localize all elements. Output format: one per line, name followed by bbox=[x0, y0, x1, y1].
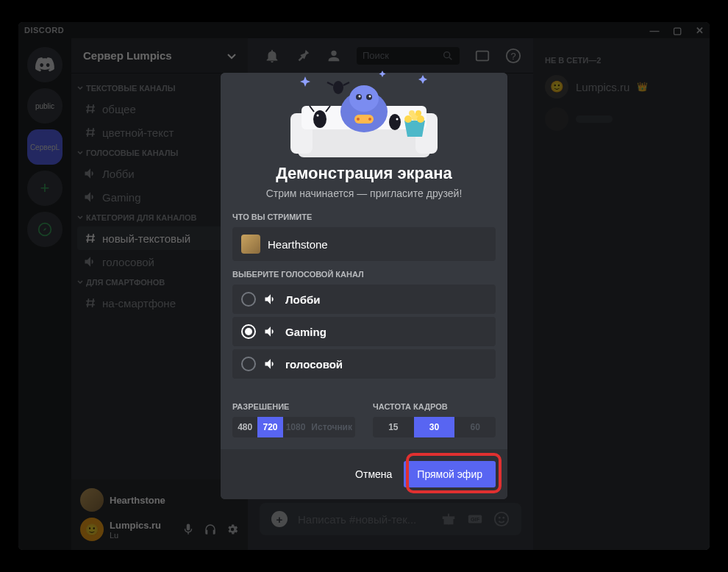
streaming-app-selector[interactable]: Hearthstone bbox=[232, 227, 496, 261]
radio-icon bbox=[241, 324, 256, 339]
streaming-app-name: Hearthstone bbox=[268, 238, 328, 251]
voice-channel-option[interactable]: голосовой bbox=[232, 349, 496, 379]
svg-point-22 bbox=[369, 96, 371, 98]
resolution-group: РАЗРЕШЕНИЕ 4807201080Источник bbox=[232, 393, 355, 437]
modal-title: Демонстрация экрана bbox=[232, 164, 496, 183]
stream-illustration bbox=[261, 54, 467, 165]
seg-option[interactable]: 480 bbox=[232, 417, 257, 437]
seg-option: 1080 bbox=[283, 417, 309, 437]
resolution-label: РАЗРЕШЕНИЕ bbox=[232, 402, 355, 411]
svg-point-27 bbox=[374, 112, 386, 121]
seg-option: 60 bbox=[454, 417, 496, 437]
svg-point-26 bbox=[342, 112, 354, 121]
modal-subtitle: Стрим начинается — пригласите друзей! bbox=[232, 187, 496, 199]
svg-point-36 bbox=[396, 118, 399, 121]
svg-point-34 bbox=[317, 115, 319, 117]
svg-point-18 bbox=[349, 85, 379, 112]
framerate-group: ЧАСТОТА КАДРОВ 153060 bbox=[373, 393, 496, 437]
voice-channel-option[interactable]: Лобби bbox=[232, 285, 496, 314]
svg-point-31 bbox=[409, 110, 415, 116]
seg-option[interactable]: 15 bbox=[373, 417, 414, 437]
svg-point-25 bbox=[368, 118, 371, 121]
modal-body: Демонстрация экрана Стрим начинается — п… bbox=[221, 164, 507, 449]
svg-point-33 bbox=[313, 110, 326, 128]
stream-settings: РАЗРЕШЕНИЕ 4807201080Источник ЧАСТОТА КА… bbox=[232, 393, 496, 437]
seg-option[interactable]: 30 bbox=[414, 417, 455, 437]
seg-option[interactable]: 720 bbox=[257, 417, 282, 437]
app-window: DISCORD — ▢ ✕ public СерверL + Сервер Lu… bbox=[18, 22, 710, 550]
svg-point-28 bbox=[404, 115, 412, 123]
modal-backdrop[interactable]: ✕ bbox=[18, 22, 710, 550]
svg-point-37 bbox=[333, 81, 343, 94]
svg-point-32 bbox=[415, 110, 421, 116]
radio-icon bbox=[241, 292, 256, 307]
svg-point-30 bbox=[417, 115, 424, 123]
radio-icon bbox=[241, 357, 256, 371]
modal-footer: Отмена Прямой эфир bbox=[221, 449, 507, 499]
go-live-button[interactable]: Прямой эфир bbox=[404, 461, 496, 487]
framerate-segmented: 153060 bbox=[373, 417, 496, 437]
voice-channel-option[interactable]: Gaming bbox=[232, 317, 496, 346]
svg-point-24 bbox=[357, 118, 360, 121]
framerate-label: ЧАСТОТА КАДРОВ bbox=[373, 402, 496, 411]
seg-option: Источник bbox=[308, 417, 355, 437]
screen-share-modal: ✕ bbox=[221, 73, 507, 499]
svg-point-21 bbox=[359, 96, 361, 98]
cancel-button[interactable]: Отмена bbox=[355, 468, 392, 480]
modal-hero bbox=[221, 73, 507, 161]
app-icon bbox=[241, 235, 260, 254]
voice-channel-label: ВЫБЕРИТЕ ГОЛОСОВОЙ КАНАЛ bbox=[232, 270, 496, 279]
what-streaming-label: ЧТО ВЫ СТРИМИТЕ bbox=[232, 212, 496, 221]
resolution-segmented: 4807201080Источник bbox=[232, 417, 355, 437]
svg-point-35 bbox=[389, 114, 401, 130]
